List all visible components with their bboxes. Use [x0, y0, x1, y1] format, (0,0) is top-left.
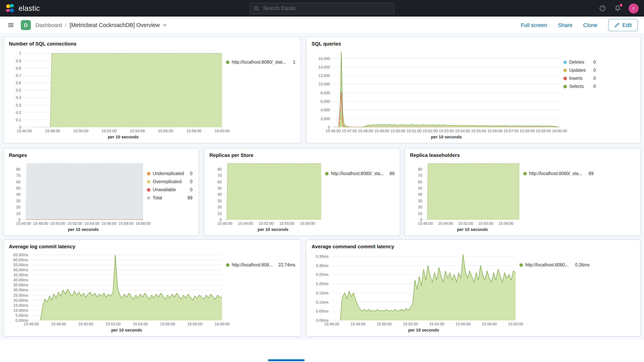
x-axis-label: 15:56:00 — [102, 221, 116, 226]
y-axis-label: 8,000 — [320, 91, 330, 95]
clone-button[interactable]: Clone — [583, 22, 597, 28]
breadcrumb-dashboard[interactable]: Dashboard — [36, 22, 62, 28]
panel-title: SQL queries — [306, 37, 640, 47]
dashboard-grid: Number of SQL connections 00.10.20.30.40… — [0, 34, 644, 340]
legend-value: 0 — [190, 179, 192, 184]
legend-item[interactable]: Unavailable0 — [147, 187, 192, 192]
chevron-down-icon — [162, 23, 167, 27]
y-axis-label: 5.00ms — [16, 313, 28, 318]
scrollbar-thumb[interactable] — [268, 359, 305, 361]
chart-area[interactable] — [332, 252, 516, 320]
x-axis-label: 15:52:00 — [458, 221, 473, 226]
x-axis-title: per 10 seconds — [333, 133, 560, 142]
legend-item[interactable]: http://localhost:808...22.74ms — [226, 262, 296, 267]
legend-item[interactable]: Deletes0 — [564, 60, 596, 64]
legend-item[interactable]: http://localhost:8080/_stat...1 — [226, 60, 296, 64]
x-axis-title: per 10 seconds — [24, 226, 143, 235]
y-axis: 02,0004,0006,0008,00010,00012,00014,0001… — [312, 49, 333, 127]
legend-item[interactable]: Overreplicated0 — [147, 179, 192, 184]
legend-label: Selects — [569, 84, 590, 89]
x-axis-title: per 10 seconds — [31, 326, 222, 336]
legend-item[interactable]: Updates0 — [564, 68, 596, 72]
x-axis: 15:46:0015:48:0015:50:0015:52:0015:54:00… — [332, 320, 516, 326]
chart-area[interactable] — [24, 49, 222, 127]
chart-area[interactable] — [24, 160, 143, 220]
x-axis-label: 15:56:00 — [456, 322, 470, 326]
x-axis-label: 15:49:00 — [438, 221, 453, 226]
legend-label: http://localhost:8080/_stat... — [232, 60, 290, 64]
chart-area[interactable] — [225, 160, 321, 220]
y-axis: 01020304050607080 — [9, 160, 24, 220]
legend-item[interactable]: Total89 — [147, 196, 192, 200]
legend-label: http://localhost:808... — [232, 262, 275, 267]
x-axis-label: 15:49:00 — [238, 221, 253, 226]
y-axis-label: 10,000 — [318, 82, 330, 86]
x-axis: 15:46:0015:49:0015:52:0015:55:0015:58:00 — [225, 220, 321, 226]
y-axis-label: 50 — [16, 186, 20, 190]
legend-color-dot — [147, 188, 150, 192]
chart-plot[interactable] — [225, 160, 321, 220]
legend-item[interactable]: http://localhost:8080/_sta...89 — [523, 171, 594, 176]
legend-color-dot — [226, 263, 230, 266]
legend-item[interactable]: Selects0 — [564, 84, 596, 89]
legend-label: Overreplicated — [153, 179, 187, 184]
search-input[interactable] — [262, 5, 390, 12]
y-axis: 0.00ms5.00ms10.00ms15.00ms20.00ms25.00ms… — [9, 252, 31, 320]
y-axis-label: 40 — [16, 192, 20, 196]
notifications-button[interactable] — [614, 4, 622, 12]
chart-plot[interactable] — [24, 49, 222, 127]
user-avatar[interactable]: r — [628, 3, 638, 13]
panel-sql-queries: SQL queries 02,0004,0006,0008,00010,0001… — [306, 36, 641, 144]
legend-value: 0.26ms — [575, 262, 590, 267]
legend-label: Deletes — [569, 60, 590, 64]
x-axis: 15:46:0015:48:0015:50:0015:52:0015:54:00… — [31, 320, 222, 326]
x-axis-label: 15:46:00 — [326, 129, 341, 133]
chart-area[interactable] — [31, 252, 222, 320]
x-axis-label: 15:46:00 — [324, 322, 339, 326]
y-axis-label: 2,000 — [320, 116, 330, 121]
toolbar-actions: Full screen Share Clone Edit — [510, 19, 638, 31]
chart-area[interactable] — [333, 49, 560, 127]
full-screen-button[interactable]: Full screen — [521, 22, 547, 28]
y-axis-label: 35.00ms — [13, 283, 28, 287]
y-axis-label: 10 — [418, 211, 422, 216]
x-axis-label: 16:00:00 — [214, 129, 230, 133]
y-axis-label: 10.00ms — [13, 308, 28, 312]
y-axis-label: 0.7 — [16, 74, 21, 78]
chart-area[interactable] — [425, 160, 520, 220]
y-axis-label: 1 — [19, 51, 21, 56]
x-axis-label: 15:50:00 — [50, 221, 65, 226]
elastic-brand[interactable]: elastic — [6, 4, 40, 13]
y-axis-label: 40 — [218, 192, 222, 196]
x-axis-label: 15:55:00 — [279, 221, 294, 226]
y-axis-label: 80 — [218, 167, 222, 171]
y-axis-label: 50 — [218, 186, 222, 190]
help-button[interactable]: ? — [598, 4, 606, 12]
menu-button[interactable] — [6, 20, 16, 30]
legend-item[interactable]: Inserts0 — [564, 76, 596, 80]
panel-title: Ranges — [4, 148, 198, 158]
x-axis-label: 15:46:00 — [16, 221, 31, 226]
x-axis-label: 15:58:00 — [186, 129, 201, 133]
edit-button[interactable]: Edit — [608, 19, 638, 31]
chart-plot[interactable] — [31, 252, 222, 320]
panel-title: Average command commit latency — [306, 240, 640, 250]
x-axis-label: 15:46:00 — [217, 221, 232, 226]
chart-plot[interactable] — [425, 160, 520, 220]
chart-legend: http://localhost:808...22.74ms — [222, 252, 296, 336]
y-axis-label: 70 — [418, 174, 422, 178]
y-axis-label: 0.15ms — [316, 291, 328, 295]
chart-plot[interactable] — [333, 49, 560, 127]
panel-title: Average log commit latency — [4, 240, 301, 250]
legend-item[interactable]: http://localhost:8080/_sta...89 — [325, 171, 394, 176]
chart-legend: http://localhost:8080/_sta...89 — [520, 160, 635, 235]
share-button[interactable]: Share — [558, 22, 572, 28]
global-search[interactable] — [250, 2, 394, 14]
chart-plot[interactable] — [332, 252, 516, 320]
y-axis-label: 80 — [418, 167, 422, 171]
chart-plot[interactable] — [24, 160, 143, 220]
page-title[interactable]: [Metricbeat CockroachDB] Overview — [70, 22, 167, 28]
legend-item[interactable]: http://localhost:8080...0.26ms — [520, 262, 590, 267]
legend-item[interactable]: Underreplicated0 — [147, 171, 192, 176]
y-axis-label: 20 — [16, 205, 20, 209]
